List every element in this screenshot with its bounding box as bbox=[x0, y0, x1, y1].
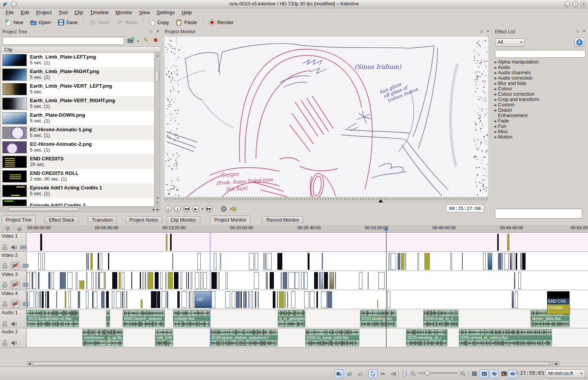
timeline-video-clip[interactable] bbox=[310, 291, 314, 308]
timeline-audio-clip[interactable]: edit_EW bbox=[155, 329, 173, 346]
razor-tool-button[interactable]: ✂ bbox=[378, 369, 388, 378]
expand-arrow-icon[interactable]: ▶ bbox=[493, 130, 498, 134]
clip-list-vscrollbar[interactable]: ▲ ▲ ▼ bbox=[154, 53, 160, 206]
list-item[interactable]: Episode Add'l Credits 2 bbox=[1, 198, 154, 206]
monitor-config-gear-icon[interactable] bbox=[220, 205, 227, 212]
float-panel-icon[interactable]: ◇ bbox=[576, 29, 579, 33]
hide-video-button[interactable] bbox=[11, 281, 20, 289]
scroll-left-icon[interactable]: ◀ bbox=[152, 208, 154, 211]
resize-grip[interactable] bbox=[583, 375, 587, 379]
track-video-2[interactable] bbox=[27, 252, 588, 271]
close-panel-icon[interactable]: ✕ bbox=[486, 29, 490, 33]
expand-arrow-icon[interactable]: ▶ bbox=[493, 82, 498, 85]
menu-edit[interactable]: Edit bbox=[17, 9, 33, 16]
timeline-video-clip[interactable] bbox=[56, 291, 57, 308]
expand-arrow-icon[interactable]: ▶ bbox=[493, 125, 498, 128]
zone-end-button[interactable]: ] bbox=[174, 205, 181, 212]
timeline-video-clip[interactable] bbox=[277, 291, 278, 308]
timeline-video-clip[interactable] bbox=[172, 253, 173, 270]
timeline-video-clip[interactable] bbox=[122, 272, 124, 289]
play-button[interactable]: ▶ bbox=[192, 205, 199, 212]
timeline-video-clip[interactable] bbox=[304, 272, 308, 289]
menu-view[interactable]: View bbox=[136, 9, 153, 16]
hscroll-handle[interactable] bbox=[8, 207, 79, 211]
expand-arrow-icon[interactable]: ▶ bbox=[493, 98, 498, 101]
timeline-video-clip[interactable] bbox=[93, 291, 97, 308]
timeline-video-clip[interactable] bbox=[182, 291, 187, 308]
menu-clip[interactable]: Clip bbox=[71, 9, 87, 16]
timeline-video-clip[interactable] bbox=[287, 291, 288, 308]
play-menu-icon[interactable]: ▾ bbox=[201, 207, 203, 211]
timeline-video-clip[interactable] bbox=[190, 291, 192, 308]
new-button[interactable]: New bbox=[2, 18, 26, 27]
timeline-audio-clip[interactable]: collage.flac bbox=[173, 310, 210, 327]
expand-arrow-icon[interactable]: ▶ bbox=[493, 77, 498, 80]
expand-arrow-icon[interactable]: ▶ bbox=[493, 71, 498, 75]
timeline-video-clip[interactable] bbox=[266, 272, 267, 289]
list-item[interactable]: Earth_Limb_Plate-RIGHT.png5 sec. (2) bbox=[1, 67, 154, 82]
hide-video-button[interactable] bbox=[11, 300, 20, 308]
timeline-video-clip[interactable] bbox=[155, 272, 159, 289]
menu-settings[interactable]: Settings bbox=[153, 9, 178, 16]
timeline-video-clip[interactable] bbox=[42, 291, 44, 308]
timeline-video-clip[interactable] bbox=[38, 272, 39, 289]
zoom-slider-knob[interactable] bbox=[425, 371, 430, 376]
timeline-video-clip[interactable] bbox=[76, 272, 77, 289]
menu-timeline[interactable]: Timeline bbox=[87, 9, 112, 16]
expand-arrow-icon[interactable]: ▶ bbox=[493, 103, 498, 107]
timeline-video-clip[interactable] bbox=[112, 272, 117, 289]
paste-button[interactable]: Paste bbox=[173, 18, 200, 27]
timeline-video-clip[interactable] bbox=[48, 272, 51, 289]
monitor-video-area[interactable]: (Sinus Iridium) Sun glints off glass of … bbox=[165, 37, 488, 203]
timeline-video-clip[interactable] bbox=[243, 291, 244, 308]
effect-category-colour-correction[interactable]: ▶Colour correction bbox=[493, 91, 585, 97]
rewind-button[interactable]: ◀◀ bbox=[183, 205, 190, 212]
timeline-video-clip[interactable] bbox=[368, 272, 369, 289]
timeline-video-clip[interactable] bbox=[359, 272, 362, 289]
clip-list-hscrollbar[interactable]: ◀ ▶ bbox=[1, 207, 160, 212]
float-panel-icon[interactable]: ◇ bbox=[480, 29, 483, 33]
project-tree-search-input[interactable] bbox=[2, 37, 124, 45]
timeline-video-clip[interactable] bbox=[270, 272, 274, 289]
timeline-video-clip[interactable] bbox=[174, 272, 179, 289]
video-hidden-icon[interactable] bbox=[12, 301, 18, 307]
track-header-audio-2[interactable]: Audio 2 bbox=[0, 328, 26, 347]
overwrite-edit-mode-button[interactable] bbox=[345, 369, 354, 378]
timeline-video-clip[interactable] bbox=[304, 291, 309, 308]
tab-clip-monitor[interactable]: Clip Monitor bbox=[166, 216, 200, 224]
timeline-video-clip[interactable] bbox=[123, 291, 125, 308]
timeline-video-clip[interactable] bbox=[170, 234, 172, 251]
timeline-video-clip[interactable] bbox=[405, 253, 406, 270]
expand-arrow-icon[interactable]: ▶ bbox=[493, 135, 498, 139]
expand-arrow-icon[interactable]: ▶ bbox=[493, 87, 498, 91]
effect-category-enhancement[interactable]: Enhancement bbox=[493, 113, 585, 118]
delete-clip-button[interactable]: ✖ bbox=[153, 37, 158, 44]
lock-icon[interactable] bbox=[2, 245, 8, 250]
effect-category-audio[interactable]: ▶Audio bbox=[493, 65, 585, 70]
hide-video-button[interactable] bbox=[11, 262, 20, 269]
timeline-video-clip[interactable] bbox=[516, 253, 517, 270]
video-hidden-icon[interactable] bbox=[12, 282, 18, 287]
timeline-video-clip[interactable] bbox=[504, 253, 509, 270]
render-button[interactable]: Render bbox=[206, 18, 236, 27]
speaker-icon[interactable] bbox=[11, 245, 17, 250]
zone-start-button[interactable]: [ bbox=[165, 205, 172, 212]
close-panel-icon[interactable]: ✕ bbox=[156, 29, 159, 33]
timeline-video-clip[interactable] bbox=[108, 253, 109, 270]
timeline-video-clip[interactable] bbox=[40, 291, 41, 308]
timeline-video-clip[interactable] bbox=[69, 291, 71, 308]
timeline-video-clip[interactable] bbox=[319, 272, 320, 289]
timeline-video-clip[interactable] bbox=[288, 272, 295, 289]
timeline-video-clip[interactable] bbox=[33, 272, 36, 289]
effect-category-crop-and-transform[interactable]: ▶Crop and transform bbox=[493, 97, 585, 102]
timeline-video-clip[interactable] bbox=[157, 291, 160, 308]
lock-icon[interactable] bbox=[2, 321, 8, 327]
forward-button[interactable]: ▶▶ bbox=[206, 205, 213, 212]
timeline-clip-end-credits[interactable]: END CRE bbox=[547, 291, 570, 304]
timeline-video-clip[interactable] bbox=[147, 272, 153, 289]
timeline-video-clip[interactable] bbox=[214, 253, 216, 270]
thumbnails-icon[interactable] bbox=[22, 282, 29, 288]
timeline-video-clip[interactable] bbox=[308, 253, 310, 270]
timeline-video-clip[interactable] bbox=[335, 272, 336, 289]
timeline-video-clip[interactable] bbox=[220, 253, 221, 270]
